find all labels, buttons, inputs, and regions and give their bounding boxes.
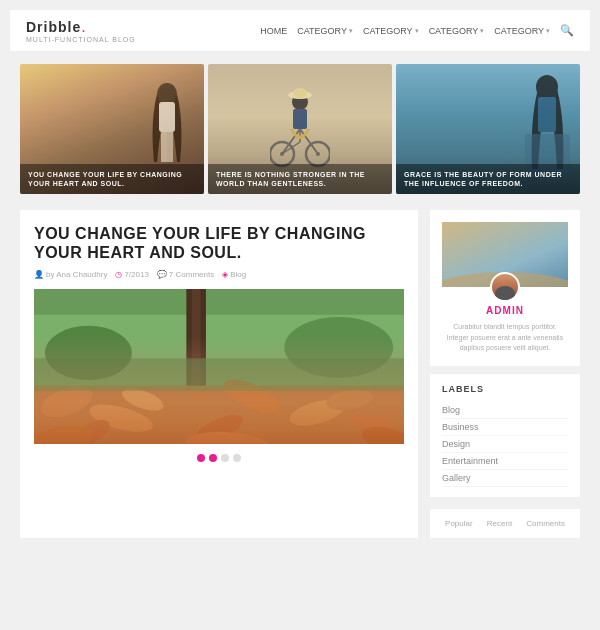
nav-cat2[interactable]: CATEGORY ▾ [363, 26, 419, 36]
hero-card-text-1: YOU CHANGE YOUR LIFE BY CHANGING YOUR HE… [28, 170, 196, 188]
svg-rect-1 [159, 102, 175, 132]
label-business[interactable]: Business [442, 419, 568, 436]
article-area: YOU CHANGE YOUR LIFE BY CHANGING YOUR HE… [20, 210, 418, 538]
pagination-dot-1[interactable] [197, 454, 205, 462]
admin-bio: Curabitur blandit tempus porttitor. Inte… [442, 322, 568, 354]
tab-comments[interactable]: Comments [522, 517, 569, 530]
hero-card-overlay-1: YOU CHANGE YOUR LIFE BY CHANGING YOUR HE… [20, 164, 204, 194]
admin-name: ADMIN [442, 305, 568, 316]
logo-dot: . [81, 18, 85, 35]
svg-rect-13 [293, 109, 307, 129]
hero-card-3[interactable]: GRACE IS THE BEAUTY OF FORM UNDER THE IN… [396, 64, 580, 194]
svg-point-16 [536, 75, 558, 99]
article-title: YOU CHANGE YOUR LIFE BY CHANGING YOUR HE… [34, 224, 404, 262]
bicycle-person-icon [270, 74, 330, 174]
hero-card-2[interactable]: THERE IS NOTHING STRONGER IN THE WORLD T… [208, 64, 392, 194]
logo-area: Dribble. Multi-Functional Blog [26, 18, 136, 43]
leaves-detail [34, 336, 404, 445]
meta-date: ◷ 7/2013 [115, 270, 148, 279]
svg-rect-2 [161, 132, 167, 162]
author-icon: 👤 [34, 270, 44, 279]
nav-cat3[interactable]: CATEGORY ▾ [429, 26, 485, 36]
hero-card-1[interactable]: YOU CHANGE YOUR LIFE BY CHANGING YOUR HE… [20, 64, 204, 194]
labels-section: LABELS Blog Business Design Entertainmen… [430, 374, 580, 497]
svg-line-10 [282, 142, 300, 154]
tag-icon: ◈ [222, 270, 228, 279]
comments-text: 7 Comments [169, 270, 214, 279]
hero-card-overlay-3: GRACE IS THE BEAUTY OF FORM UNDER THE IN… [396, 164, 580, 194]
car-person-icon [520, 69, 575, 179]
hero-card-text-2: THERE IS NOTHING STRONGER IN THE WORLD T… [216, 170, 384, 188]
pagination-dot-3[interactable] [221, 454, 229, 462]
label-entertainment[interactable]: Entertainment [442, 453, 568, 470]
pagination-dot-2[interactable] [209, 454, 217, 462]
label-design[interactable]: Design [442, 436, 568, 453]
hero-card-text-3: GRACE IS THE BEAUTY OF FORM UNDER THE IN… [404, 170, 572, 188]
admin-card: ADMIN Curabitur blandit tempus porttitor… [430, 210, 580, 366]
date-text: 7/2013 [124, 270, 148, 279]
main-content: YOU CHANGE YOUR LIFE BY CHANGING YOUR HE… [10, 202, 590, 546]
pagination-dot-4[interactable] [233, 454, 241, 462]
page-wrapper: Dribble. Multi-Functional Blog HOME CATE… [10, 10, 590, 546]
nav-home[interactable]: HOME [260, 26, 287, 36]
chevron-down-icon: ▾ [546, 27, 550, 35]
svg-rect-17 [538, 97, 556, 132]
sidebar: ADMIN Curabitur blandit tempus porttitor… [430, 210, 580, 538]
chevron-down-icon: ▾ [349, 27, 353, 35]
hero-card-overlay-2: THERE IS NOTHING STRONGER IN THE WORLD T… [208, 164, 392, 194]
nav-cat4[interactable]: CATEGORY ▾ [494, 26, 550, 36]
meta-tag: ◈ Blog [222, 270, 246, 279]
search-icon[interactable]: 🔍 [560, 24, 574, 37]
tag-text: Blog [230, 270, 246, 279]
author-text: by Ana Chaudhry [46, 270, 107, 279]
labels-title: LABELS [442, 384, 568, 394]
article-image [34, 289, 404, 444]
svg-point-0 [157, 83, 177, 105]
tab-recent[interactable]: Recent [483, 517, 516, 530]
meta-author: 👤 by Ana Chaudhry [34, 270, 107, 279]
label-gallery[interactable]: Gallery [442, 470, 568, 487]
label-blog[interactable]: Blog [442, 402, 568, 419]
date-icon: ◷ [115, 270, 122, 279]
article-meta: 👤 by Ana Chaudhry ◷ 7/2013 💬 7 Comments … [34, 270, 404, 279]
logo-title: Dribble [26, 19, 81, 35]
svg-rect-3 [167, 132, 173, 162]
comments-icon: 💬 [157, 270, 167, 279]
chevron-down-icon: ▾ [415, 27, 419, 35]
person-silhouette-icon [142, 82, 192, 172]
main-nav: HOME CATEGORY ▾ CATEGORY ▾ CATEGORY ▾ CA… [260, 24, 574, 37]
logo: Dribble. [26, 18, 136, 36]
svg-point-15 [293, 88, 307, 98]
avatar-body [495, 286, 515, 302]
avatar [490, 272, 520, 302]
hero-slider: YOU CHANGE YOUR LIFE BY CHANGING YOUR HE… [10, 52, 590, 202]
pagination [34, 454, 404, 462]
nav-cat1[interactable]: CATEGORY ▾ [297, 26, 353, 36]
logo-subtitle: Multi-Functional Blog [26, 36, 136, 43]
header: Dribble. Multi-Functional Blog HOME CATE… [10, 10, 590, 52]
chevron-down-icon: ▾ [480, 27, 484, 35]
admin-hero-image [442, 222, 568, 287]
meta-comments: 💬 7 Comments [157, 270, 214, 279]
sidebar-tabs: Popular Recent Comments [430, 509, 580, 538]
tab-popular[interactable]: Popular [441, 517, 477, 530]
